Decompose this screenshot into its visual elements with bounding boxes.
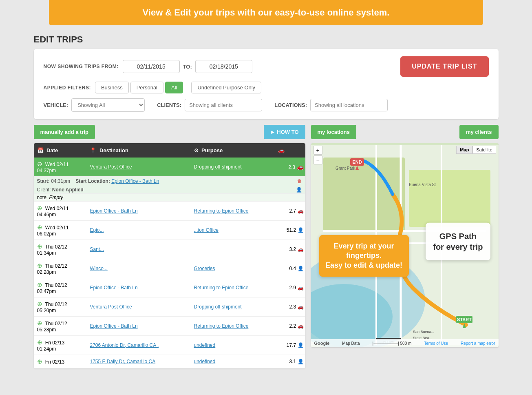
vehicle-select[interactable]: Showing All — [71, 98, 145, 112]
svg-text:END: END — [352, 160, 362, 164]
trip-destination[interactable]: Epion Office - Bath Ln — [86, 317, 190, 336]
trip-client-content: Client: None Applied 👤 — [34, 186, 305, 194]
google-logo: Google — [314, 341, 330, 346]
trip-icon: 🚗 — [298, 323, 304, 329]
map-controls: + − — [313, 146, 322, 164]
table-row: ⊖ Wed 02/1104:37pm Ventura Post Office D… — [34, 158, 305, 177]
expand-icon[interactable]: ⊕ — [37, 262, 42, 269]
trip-purpose[interactable]: Returning to Epion Office — [191, 317, 275, 336]
trip-purpose[interactable]: undefined — [191, 336, 275, 355]
collapse-icon[interactable]: ⊖ — [37, 160, 42, 167]
destination-header: 📍 Destination — [86, 143, 190, 158]
expand-icon[interactable]: ⊕ — [37, 204, 42, 211]
map-type-buttons: Map Satellite — [456, 146, 496, 154]
trip-detail-row: Start: 04:31pm Start Location: Epion Off… — [34, 177, 305, 186]
trip-destination[interactable]: 1755 E Daily Dr, Camarillo CA — [86, 355, 190, 368]
table-row: ⊕ Fri 02/1301:24pm 2706 Antonio Dr, Cama… — [34, 336, 305, 355]
svg-text:San Buena...: San Buena... — [413, 330, 434, 334]
trip-destination[interactable]: Ventura Post Office — [86, 297, 190, 317]
trip-miles: 3.2 🚗 — [275, 240, 305, 259]
clients-input[interactable] — [185, 99, 262, 111]
trip-icon: 👤 — [298, 227, 304, 233]
undefined-purpose-button[interactable]: Undefined Purpose Only — [191, 82, 261, 93]
locations-section: LOCATIONS: — [274, 99, 388, 111]
trip-purpose[interactable]: Dropping off shipment — [191, 158, 275, 177]
showing-from-label: NOW SHOWING TRIPS FROM: — [44, 64, 119, 69]
table-row: ⊕ Thu 02/1202:47pm Epion Office - Bath L… — [34, 278, 305, 297]
trip-destination[interactable]: Ventura Post Office — [86, 158, 190, 177]
trips-table: 📅 Date 📍 Destination ⊙ Purpose 🚗 — [34, 143, 305, 368]
trip-destination[interactable]: Winco... — [86, 259, 190, 278]
report-map-error[interactable]: Report a map error — [461, 341, 495, 346]
trip-client-row: Client: None Applied 👤 — [34, 186, 305, 194]
trip-destination[interactable]: Epio... — [86, 221, 190, 240]
trip-icon: 🚗 — [298, 285, 304, 291]
trip-icon: 🚗 — [298, 246, 304, 252]
filter-business-button[interactable]: Business — [95, 82, 129, 93]
vehicle-section: VEHICLE: Showing All — [44, 98, 145, 112]
map-type-map-button[interactable]: Map — [456, 146, 472, 154]
expand-icon[interactable]: ⊕ — [37, 300, 42, 307]
my-clients-button[interactable]: my clients — [459, 125, 499, 139]
trip-destination[interactable]: Sant... — [86, 240, 190, 259]
trip-overlay: Every trip at your fingertips.Easy to ed… — [319, 235, 409, 277]
trip-purpose[interactable]: Returning to Epion Office — [191, 202, 275, 221]
trip-destination[interactable]: Epion Office - Bath Ln — [86, 202, 190, 221]
locations-label: LOCATIONS: — [274, 102, 307, 108]
expand-icon[interactable]: ⊕ — [37, 224, 42, 231]
trip-purpose[interactable]: undefined — [191, 355, 275, 368]
trip-destination[interactable]: Epion Office - Bath Ln — [86, 278, 190, 297]
zoom-in-button[interactable]: + — [313, 146, 322, 155]
trip-date: ⊕ Thu 02/1202:28pm — [34, 259, 87, 278]
to-label: TO: — [183, 64, 192, 70]
delete-icon[interactable]: 🗑 — [297, 178, 302, 184]
expand-icon[interactable]: ⊕ — [37, 358, 42, 365]
table-row: ⊕ Thu 02/1201:34pm Sant... 3.2 🚗 — [34, 240, 305, 259]
trip-note-content: note: Empty — [34, 194, 305, 202]
trip-purpose[interactable]: Dropping off shipment — [191, 297, 275, 317]
date-header: 📅 Date — [34, 143, 87, 158]
table-row: ⊕ Wed 02/1106:02pm Epio... ...ion Office… — [34, 221, 305, 240]
zoom-out-button[interactable]: − — [313, 155, 322, 164]
trip-date: ⊕ Fri 02/13 — [34, 355, 87, 368]
date-to-input[interactable] — [195, 60, 252, 73]
locations-input[interactable] — [310, 99, 388, 111]
banner-text: View & Edit your trips with our easy-to-… — [143, 7, 390, 18]
update-trip-list-button[interactable]: UPDATE TRIP LIST — [400, 56, 488, 77]
my-locations-button[interactable]: my locations — [311, 125, 356, 139]
trip-date: ⊕ Thu 02/1201:34pm — [34, 240, 87, 259]
client-icon[interactable]: 👤 — [296, 187, 302, 193]
map-scale: |——————| 500 m — [373, 341, 412, 346]
filter-personal-button[interactable]: Personal — [130, 82, 163, 93]
trip-destination[interactable]: 2706 Antonio Dr, Camarillo CA . — [86, 336, 190, 355]
trip-miles: 3.1 👤 — [275, 355, 305, 368]
terms-of-use[interactable]: Terms of Use — [424, 341, 448, 346]
top-banner: View & Edit your trips with our easy-to-… — [49, 0, 483, 25]
trip-purpose[interactable]: Returning to Epion Office — [191, 278, 275, 297]
expand-icon[interactable]: ⊕ — [37, 243, 42, 250]
map-type-satellite-button[interactable]: Satellite — [472, 146, 496, 154]
trip-miles: 2.3 🚗 — [275, 158, 305, 177]
page-title: EDIT TRIPS — [34, 34, 499, 45]
add-trip-button[interactable]: manually add a trip — [34, 125, 95, 139]
expand-icon[interactable]: ⊕ — [37, 281, 42, 288]
trip-date: ⊕ Fri 02/1301:24pm — [34, 336, 87, 355]
trip-overlay-text: Every trip at your fingertips.Easy to ed… — [325, 242, 403, 270]
svg-text:Grant Park: Grant Park — [336, 166, 355, 171]
trip-miles: 2.7 🚗 — [275, 202, 305, 221]
map-footer: Google Map Data |——————| 500 m Terms of … — [311, 339, 499, 347]
vehicle-label: VEHICLE: — [44, 102, 68, 108]
trip-purpose[interactable]: Groceries — [191, 259, 275, 278]
filter-all-button[interactable]: All — [165, 82, 183, 93]
table-row: ⊕ Thu 02/1205:28pm Epion Office - Bath L… — [34, 317, 305, 336]
expand-icon[interactable]: ⊕ — [37, 320, 42, 326]
map-action-row: my locations my clients — [311, 125, 499, 139]
expand-icon[interactable]: ⊕ — [37, 339, 42, 346]
svg-rect-4 — [409, 170, 490, 227]
how-to-button[interactable]: ► HOW TO — [264, 125, 305, 139]
trip-purpose[interactable]: ...ion Office — [191, 221, 275, 240]
trip-date: ⊖ Wed 02/1104:37pm — [34, 158, 87, 177]
filter-card: NOW SHOWING TRIPS FROM: TO: UPDATE TRIP … — [34, 49, 499, 119]
date-from-input[interactable] — [123, 60, 180, 73]
trip-note-row: note: Empty — [34, 194, 305, 202]
